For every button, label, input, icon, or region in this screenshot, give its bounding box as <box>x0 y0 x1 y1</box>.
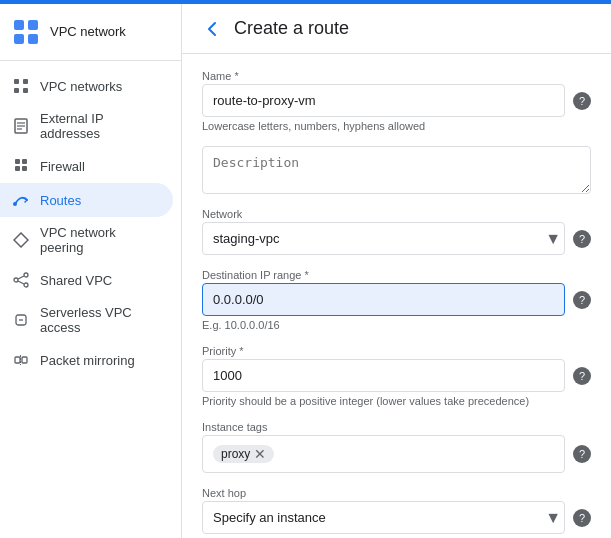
description-input-wrap <box>202 146 591 194</box>
next-hop-label: Next hop <box>202 487 591 499</box>
sidebar-item-serverless-access[interactable]: Serverless VPC access <box>0 297 173 343</box>
network-select-wrap: staging-vpc ▼ ? <box>202 222 591 255</box>
svg-rect-7 <box>23 88 28 93</box>
name-help-icon[interactable]: ? <box>573 92 591 110</box>
instance-tags-group: Instance tags proxy ✕ ? <box>202 421 591 473</box>
network-group: Network staging-vpc ▼ ? <box>202 208 591 255</box>
main-content: Create a route Name * ? Lowercase letter… <box>182 4 611 538</box>
serverless-icon <box>12 311 30 329</box>
svg-rect-3 <box>28 34 38 44</box>
network-help-icon[interactable]: ? <box>573 230 591 248</box>
page-header: Create a route <box>182 4 611 54</box>
network-select[interactable]: staging-vpc <box>202 222 565 255</box>
tag-chip-close[interactable]: ✕ <box>254 447 266 461</box>
diamond-icon <box>12 231 30 249</box>
sidebar-item-external-ip[interactable]: External IP addresses <box>0 103 173 149</box>
next-hop-select[interactable]: Specify an instance Specify a gateway Sp… <box>202 501 565 534</box>
sidebar-title: VPC network <box>50 24 126 41</box>
description-input[interactable] <box>202 146 591 194</box>
svg-rect-14 <box>15 166 20 171</box>
svg-rect-2 <box>14 34 24 44</box>
route-icon <box>12 191 30 209</box>
svg-rect-4 <box>14 79 19 84</box>
name-hint: Lowercase letters, numbers, hyphens allo… <box>202 120 591 132</box>
sidebar-nav: VPC networks External IP addresses Firew… <box>0 61 181 538</box>
priority-help-icon[interactable]: ? <box>573 367 591 385</box>
name-group: Name * ? Lowercase letters, numbers, hyp… <box>202 70 591 132</box>
sidebar-item-firewall[interactable]: Firewall <box>0 149 173 183</box>
tags-help-icon[interactable]: ? <box>573 445 591 463</box>
form-container: Name * ? Lowercase letters, numbers, hyp… <box>182 54 611 538</box>
dest-ip-group: Destination IP range * ? E.g. 10.0.0.0/1… <box>202 269 591 331</box>
dest-ip-input-wrap: ? <box>202 283 591 316</box>
page-title: Create a route <box>234 18 349 39</box>
tag-chip-proxy: proxy ✕ <box>213 445 274 463</box>
svg-point-19 <box>14 278 18 282</box>
instance-tags-label: Instance tags <box>202 421 591 433</box>
sidebar: VPC network VPC networks External IP add… <box>0 4 182 538</box>
svg-rect-26 <box>22 357 27 363</box>
back-button[interactable] <box>202 19 222 39</box>
share-icon <box>12 271 30 289</box>
sidebar-item-routes[interactable]: Routes <box>0 183 173 217</box>
shield-grid-icon <box>12 157 30 175</box>
file-icon <box>12 117 30 135</box>
sidebar-label-firewall: Firewall <box>40 159 85 174</box>
sidebar-header: VPC network <box>0 4 181 61</box>
next-hop-select-wrap: Specify an instance Specify a gateway Sp… <box>202 501 591 534</box>
dest-ip-label: Destination IP range * <box>202 269 591 281</box>
name-label: Name * <box>202 70 591 82</box>
sidebar-item-shared-vpc[interactable]: Shared VPC <box>0 263 173 297</box>
svg-rect-0 <box>14 20 24 30</box>
dest-ip-example: E.g. 10.0.0.0/16 <box>202 319 591 331</box>
priority-input[interactable] <box>202 359 565 392</box>
grid-icon <box>12 77 30 95</box>
sidebar-label-external-ip: External IP addresses <box>40 111 161 141</box>
svg-rect-25 <box>15 357 20 363</box>
svg-point-20 <box>24 283 28 287</box>
svg-point-16 <box>13 202 17 206</box>
sidebar-label-vpc-networks: VPC networks <box>40 79 122 94</box>
instance-tags-wrap: proxy ✕ ? <box>202 435 591 473</box>
priority-hint: Priority should be a positive integer (l… <box>202 395 591 407</box>
svg-rect-15 <box>22 166 27 171</box>
dest-ip-input[interactable] <box>202 283 565 316</box>
svg-line-22 <box>18 281 24 284</box>
dest-ip-help-icon[interactable]: ? <box>573 291 591 309</box>
sidebar-label-routes: Routes <box>40 193 81 208</box>
svg-marker-17 <box>14 233 28 247</box>
svg-rect-12 <box>15 159 20 164</box>
svg-rect-13 <box>22 159 27 164</box>
sidebar-label-vpc-peering: VPC network peering <box>40 225 161 255</box>
svg-rect-6 <box>14 88 19 93</box>
network-label: Network <box>202 208 591 220</box>
mirror-icon <box>12 351 30 369</box>
sidebar-label-serverless-access: Serverless VPC access <box>40 305 161 335</box>
tags-container[interactable]: proxy ✕ <box>202 435 565 473</box>
priority-input-wrap: ? <box>202 359 591 392</box>
sidebar-item-packet-mirroring[interactable]: Packet mirroring <box>0 343 173 377</box>
sidebar-item-vpc-networks[interactable]: VPC networks <box>0 69 173 103</box>
sidebar-item-vpc-peering[interactable]: VPC network peering <box>0 217 173 263</box>
sidebar-label-shared-vpc: Shared VPC <box>40 273 112 288</box>
svg-rect-1 <box>28 20 38 30</box>
next-hop-group: Next hop Specify an instance Specify a g… <box>202 487 591 534</box>
next-hop-help-icon[interactable]: ? <box>573 509 591 527</box>
sidebar-label-packet-mirroring: Packet mirroring <box>40 353 135 368</box>
name-input-wrap: ? <box>202 84 591 117</box>
priority-label: Priority * <box>202 345 591 357</box>
svg-rect-5 <box>23 79 28 84</box>
svg-line-21 <box>18 276 24 279</box>
priority-group: Priority * ? Priority should be a positi… <box>202 345 591 407</box>
svg-point-18 <box>24 273 28 277</box>
description-group <box>202 146 591 194</box>
app-logo <box>12 18 40 46</box>
tag-chip-label: proxy <box>221 447 250 461</box>
name-input[interactable] <box>202 84 565 117</box>
